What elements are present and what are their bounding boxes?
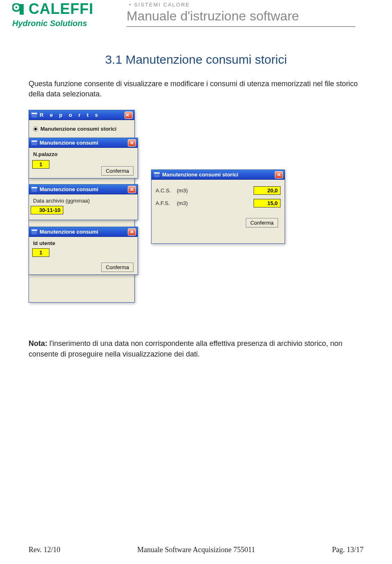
footer-page: Pag. 13/17 (332, 546, 363, 554)
afs-row: A.F.S. (m3) 15,0 (156, 199, 281, 207)
window-icon (31, 229, 37, 235)
svg-rect-12 (154, 172, 160, 174)
note-label: Nota: (29, 339, 47, 348)
conferma-button[interactable]: Conferma (101, 166, 134, 176)
caleffi-mark-icon (12, 3, 26, 18)
id-utente-input[interactable]: 1 (32, 248, 49, 257)
logo-main: CALEFFI (12, 2, 118, 18)
document-title: Manuale d'istruzione software (127, 9, 380, 24)
close-button[interactable]: ✕ (128, 228, 136, 236)
section-title: 3.1 Manutenzione consumi storici (29, 53, 363, 67)
afs-label: A.F.S. (156, 200, 177, 206)
acs-input[interactable]: 20,0 (254, 186, 281, 195)
window-icon (31, 187, 37, 192)
svg-rect-4 (31, 113, 37, 114)
close-button[interactable]: ✕ (128, 186, 136, 193)
titlebar-text: Manutenzione consumi (40, 186, 98, 192)
acs-row: A.C.S. (m3) 20,0 (156, 186, 281, 195)
svg-rect-1 (16, 7, 17, 8)
note-paragraph: Nota: l'inserimento di una data non corr… (29, 339, 363, 359)
svg-rect-2 (20, 4, 24, 15)
window-icon (31, 140, 37, 146)
conferma-button[interactable]: Conferma (246, 218, 278, 227)
svg-rect-6 (31, 140, 37, 142)
close-button[interactable]: ✕ (125, 111, 133, 119)
window-icon (31, 112, 37, 118)
radio-icon (33, 127, 38, 132)
close-button[interactable]: ✕ (128, 139, 136, 147)
svg-rect-8 (31, 187, 37, 188)
footer-rev: Rev. 12/10 (29, 546, 60, 554)
titlebar-w1: Manutenzione consumi ✕ (29, 138, 138, 148)
titlebar-w2: Manutenzione consumi ✕ (29, 185, 138, 194)
data-archivio-input[interactable]: 30-11-10 (31, 206, 63, 214)
svg-rect-10 (31, 230, 37, 231)
acs-label: A.C.S. (156, 187, 177, 194)
logo-text: CALEFFI (29, 0, 94, 17)
window-npalazzo: Manutenzione consumi ✕ N.palazzo 1 Confe… (29, 138, 138, 178)
radio-label: Manutenzione consumi storici (40, 126, 116, 132)
acs-unit: (m3) (177, 187, 188, 194)
titlebar-text: R e p o r t s (40, 112, 100, 118)
window-id-utente: Manutenzione consumi ✕ Id utente 1 Confe… (29, 227, 138, 275)
page-footer: Rev. 12/10 Manuale Software Acquisizione… (0, 546, 392, 554)
afs-unit: (m3) (177, 200, 188, 206)
window-data-archivio: Manutenzione consumi ✕ Data archivio (gg… (29, 184, 138, 220)
logo-block: CALEFFI Hydronic Solutions (12, 2, 118, 28)
data-archivio-label: Data archivio (ggmmaa) (33, 198, 90, 204)
note-body: l'inserimento di una data non corrispond… (29, 339, 343, 358)
id-utente-label: Id utente (33, 240, 55, 246)
titlebar-text: Manutenzione consumi (40, 140, 98, 146)
npalazzo-label: N.palazzo (33, 151, 58, 157)
titlebar-w4: Manutenzione consumi storici ✕ (151, 170, 285, 180)
npalazzo-input[interactable]: 1 (32, 160, 49, 169)
titlebar-reports: R e p o r t s ✕ (29, 110, 134, 120)
screenshots-composite: R e p o r t s ✕ Manutenzione consumi sto… (29, 110, 323, 322)
radio-option[interactable]: Manutenzione consumi storici (33, 126, 130, 132)
header-rule (127, 26, 355, 27)
titlebar-w3: Manutenzione consumi ✕ (29, 227, 138, 237)
titlebar-text: Manutenzione consumi (40, 229, 98, 235)
header-right: SISTEMI CALORE Manuale d'istruzione soft… (118, 2, 380, 27)
afs-input[interactable]: 15,0 (254, 199, 281, 207)
titlebar-text: Manutenzione consumi storici (162, 172, 238, 178)
window-consumi-storici: Manutenzione consumi storici ✕ A.C.S. (m… (151, 169, 285, 244)
window-icon (154, 172, 160, 178)
content-area: 3.1 Manutenzione consumi storici Questa … (0, 28, 392, 359)
intro-paragraph: Questa funzione consente di visualizzare… (29, 79, 363, 99)
logo-sub: Hydronic Solutions (12, 19, 118, 28)
close-button[interactable]: ✕ (275, 171, 283, 178)
footer-center: Manuale Software Acquisizione 755011 (137, 546, 255, 554)
page-header: CALEFFI Hydronic Solutions SISTEMI CALOR… (0, 0, 392, 28)
conferma-button[interactable]: Conferma (101, 263, 134, 272)
sistemi-label: SISTEMI CALORE (127, 2, 380, 8)
reports-body: Manutenzione consumi storici (29, 120, 134, 135)
